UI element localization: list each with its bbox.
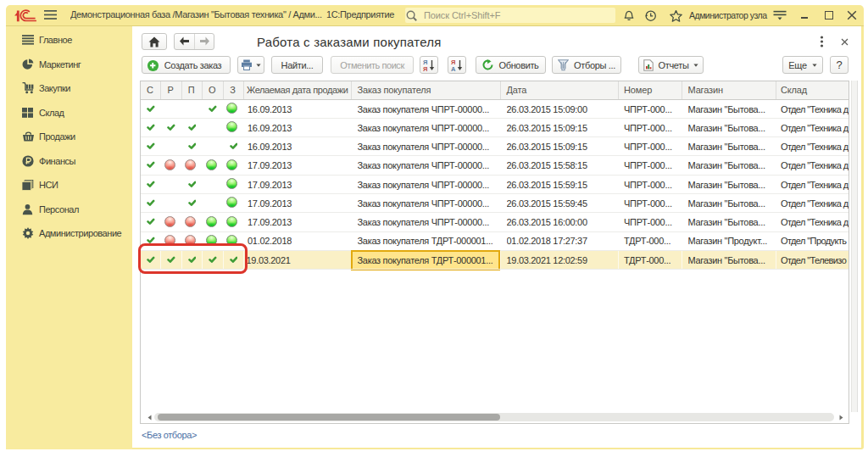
svg-text:Я: Я: [423, 65, 427, 72]
svg-text:А: А: [451, 65, 456, 72]
